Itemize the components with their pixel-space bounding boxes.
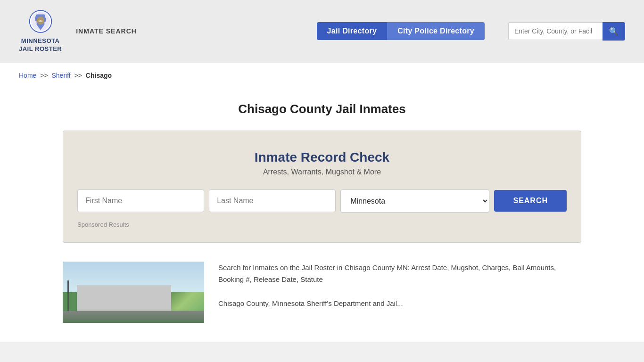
record-search-button[interactable]: SEARCH — [494, 190, 567, 212]
inmate-search-link[interactable]: INMATE SEARCH — [76, 27, 137, 35]
page-title: Chisago County Jail Inmates — [19, 102, 625, 116]
record-check-subtitle: Arrests, Warrants, Mugshot & More — [77, 168, 567, 176]
svg-text:MN: MN — [39, 20, 42, 23]
breadcrumb-sep2: >> — [74, 72, 82, 79]
mn-logo-icon: MN — [29, 9, 52, 35]
sponsored-results-label: Sponsored Results — [77, 221, 567, 228]
header: MN MINNESOTA JAIL ROSTER INMATE SEARCH J… — [0, 0, 644, 63]
breadcrumb-sheriff[interactable]: Sheriff — [52, 72, 71, 79]
bottom-section: Search for Inmates on the Jail Roster in… — [63, 262, 581, 323]
record-check-box: Inmate Record Check Arrests, Warrants, M… — [63, 131, 581, 243]
jail-directory-button[interactable]: Jail Directory — [317, 22, 388, 40]
breadcrumb-home[interactable]: Home — [19, 72, 36, 79]
first-name-input[interactable] — [77, 189, 204, 212]
state-select[interactable]: AlabamaAlaskaArizonaArkansasCaliforniaCo… — [340, 189, 489, 213]
header-search-button[interactable]: 🔍 — [603, 22, 625, 41]
logo-area: MN MINNESOTA JAIL ROSTER — [19, 9, 62, 53]
header-search-bar: 🔍 — [508, 22, 625, 41]
main-content: Chisago County Jail Inmates Inmate Recor… — [0, 88, 644, 342]
last-name-input[interactable] — [209, 189, 336, 212]
nav-buttons: Jail Directory City Police Directory — [317, 22, 485, 40]
search-icon: 🔍 — [609, 27, 619, 35]
facility-image — [63, 262, 204, 323]
inmate-search-form: AlabamaAlaskaArizonaArkansasCaliforniaCo… — [77, 189, 567, 213]
city-police-directory-button[interactable]: City Police Directory — [387, 22, 485, 40]
breadcrumb: Home >> Sheriff >> Chisago — [0, 63, 644, 88]
breadcrumb-sep1: >> — [40, 72, 48, 79]
logo-text: MINNESOTA JAIL ROSTER — [19, 37, 62, 53]
description-text: Search for Inmates on the Jail Roster in… — [218, 262, 581, 323]
breadcrumb-current: Chisago — [86, 72, 112, 79]
header-search-input[interactable] — [508, 22, 603, 40]
record-check-title: Inmate Record Check — [77, 150, 567, 165]
